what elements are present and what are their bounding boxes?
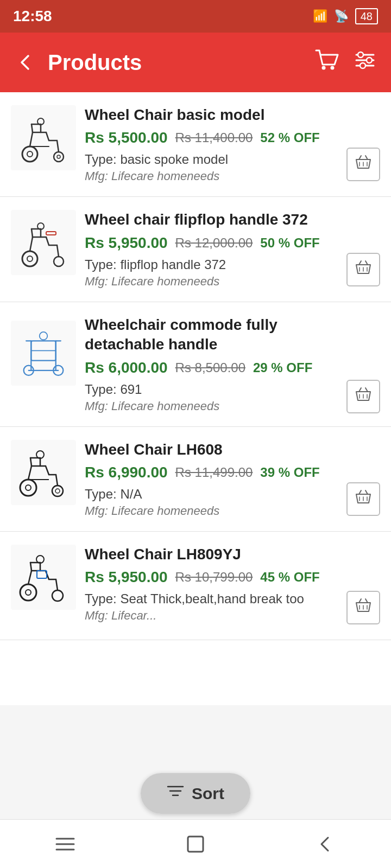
- signal-icon: 📡: [334, 9, 349, 23]
- product-name-1: Wheel Chair basic model: [85, 105, 342, 125]
- product-type-2: Type: flipflop handle 372: [85, 257, 342, 272]
- current-price-3: Rs 6,000.00: [85, 359, 168, 376]
- product-pricing-1: Rs 5,500.00 Rs 11,400.00 52 % OFF: [85, 129, 342, 146]
- svg-point-11: [57, 155, 60, 158]
- list-item: Wheel chair flipflop handle 372 Rs 5,950…: [0, 197, 391, 302]
- page-title: Products: [48, 50, 302, 75]
- sort-button[interactable]: Sort: [141, 773, 250, 814]
- svg-rect-47: [37, 571, 47, 578]
- product-name-5: Wheel Chair LH809YJ: [85, 545, 342, 564]
- bottom-navigation: [0, 819, 391, 868]
- svg-point-9: [27, 151, 33, 157]
- nav-menu-button[interactable]: [43, 828, 87, 860]
- discount-3: 29 % OFF: [253, 360, 312, 375]
- product-name-3: Wheelchair commode fully detachable hand…: [85, 315, 342, 355]
- product-type-5: Type: Seat Thick,bealt,hand break too: [85, 591, 342, 607]
- svg-point-38: [55, 489, 60, 493]
- discount-2: 50 % OFF: [260, 235, 319, 251]
- original-price-1: Rs 11,400.00: [175, 130, 253, 145]
- product-type-1: Type: basic spoke model: [85, 152, 342, 167]
- product-mfg-3: Mfg: Lifecare homeneeds: [85, 399, 342, 413]
- basket-icon-3: [354, 385, 373, 408]
- nav-home-button[interactable]: [174, 828, 217, 860]
- product-info-1: Wheel Chair basic model Rs 5,500.00 Rs 1…: [85, 105, 380, 183]
- status-icons: 📶 📡 48: [313, 9, 378, 23]
- back-button[interactable]: [15, 53, 35, 72]
- add-to-cart-button-3[interactable]: [346, 380, 380, 413]
- list-item: Wheelchair commode fully detachable hand…: [0, 302, 391, 427]
- product-mfg-1: Mfg: Lifecare homeneeds: [85, 169, 342, 183]
- app-bar: Products: [0, 33, 391, 92]
- nav-back-button[interactable]: [304, 828, 348, 860]
- product-pricing-3: Rs 6,000.00 Rs 8,500.00 29 % OFF: [85, 359, 342, 376]
- product-pricing-2: Rs 5,950.00 Rs 12,000.00 50 % OFF: [85, 234, 342, 252]
- svg-point-44: [26, 590, 31, 595]
- status-time: 12:58: [13, 8, 52, 25]
- svg-point-0: [322, 66, 326, 69]
- basket-icon-1: [354, 153, 373, 176]
- original-price-3: Rs 8,500.00: [175, 360, 245, 375]
- add-to-cart-button-4[interactable]: [346, 482, 380, 516]
- list-item: Wheel Chair basic model Rs 5,500.00 Rs 1…: [0, 92, 391, 197]
- svg-rect-57: [188, 837, 203, 852]
- discount-5: 45 % OFF: [260, 570, 319, 585]
- add-to-cart-button-5[interactable]: [346, 591, 380, 624]
- basket-icon-5: [354, 596, 373, 619]
- product-name-2: Wheel chair flipflop handle 372: [85, 210, 342, 229]
- battery-indicator: 48: [355, 10, 378, 23]
- product-image-2: [11, 210, 76, 275]
- product-info-2: Wheel chair flipflop handle 372 Rs 5,950…: [85, 210, 380, 288]
- svg-rect-20: [46, 232, 56, 235]
- product-image-1: [11, 105, 76, 170]
- product-pricing-5: Rs 5,950.00 Rs 10,799.00 45 % OFF: [85, 569, 342, 586]
- original-price-4: Rs 11,499.00: [175, 465, 253, 480]
- list-item: Wheel Chair LH809YJ Rs 5,950.00 Rs 10,79…: [0, 532, 391, 640]
- product-list: Wheel Chair basic model Rs 5,500.00 Rs 1…: [0, 92, 391, 705]
- add-to-cart-button-2[interactable]: [346, 253, 380, 286]
- product-type-3: Type: 691: [85, 382, 342, 397]
- product-type-4: Type: N/A: [85, 487, 342, 502]
- discount-1: 52 % OFF: [260, 130, 319, 145]
- basket-icon-2: [354, 258, 373, 281]
- svg-point-17: [27, 256, 33, 261]
- product-pricing-4: Rs 6,990.00 Rs 11,499.00 39 % OFF: [85, 464, 342, 481]
- svg-point-1: [331, 66, 335, 69]
- svg-point-35: [20, 480, 36, 496]
- current-price-5: Rs 5,950.00: [85, 569, 168, 586]
- svg-point-8: [22, 146, 37, 162]
- sort-button-container: Sort: [141, 773, 250, 814]
- svg-point-18: [54, 257, 64, 266]
- add-to-cart-button-1[interactable]: [346, 148, 380, 181]
- svg-point-37: [52, 486, 63, 496]
- svg-point-5: [358, 52, 363, 58]
- svg-point-16: [22, 251, 37, 266]
- svg-point-45: [52, 590, 63, 601]
- basket-icon-4: [354, 488, 373, 510]
- sort-label: Sort: [192, 784, 224, 803]
- svg-point-36: [26, 485, 31, 490]
- original-price-5: Rs 10,799.00: [175, 570, 253, 585]
- filter-button[interactable]: [354, 50, 376, 75]
- current-price-4: Rs 6,990.00: [85, 464, 168, 481]
- product-image-3: [11, 321, 76, 386]
- app-bar-icons: [315, 49, 376, 76]
- product-mfg-2: Mfg: Lifecare homeneeds: [85, 275, 342, 289]
- sort-icon: [167, 784, 184, 803]
- original-price-2: Rs 12,000.00: [175, 235, 253, 251]
- svg-point-43: [20, 584, 36, 601]
- svg-point-10: [54, 152, 64, 162]
- svg-point-6: [367, 58, 372, 63]
- svg-point-7: [360, 63, 365, 68]
- product-image-5: [11, 545, 76, 610]
- wifi-icon: 📶: [313, 9, 327, 23]
- discount-4: 39 % OFF: [260, 465, 319, 480]
- status-bar: 12:58 📶 📡 48: [0, 0, 391, 33]
- current-price-2: Rs 5,950.00: [85, 234, 168, 252]
- product-mfg-4: Mfg: Lifecare homeneeds: [85, 504, 342, 518]
- cart-button[interactable]: [315, 49, 339, 76]
- product-info-5: Wheel Chair LH809YJ Rs 5,950.00 Rs 10,79…: [85, 545, 380, 623]
- current-price-1: Rs 5,500.00: [85, 129, 168, 146]
- product-name-4: Wheel Chair LH608: [85, 440, 342, 459]
- product-image-4: [11, 440, 76, 505]
- product-mfg-5: Mfg: Lifecar...: [85, 609, 342, 623]
